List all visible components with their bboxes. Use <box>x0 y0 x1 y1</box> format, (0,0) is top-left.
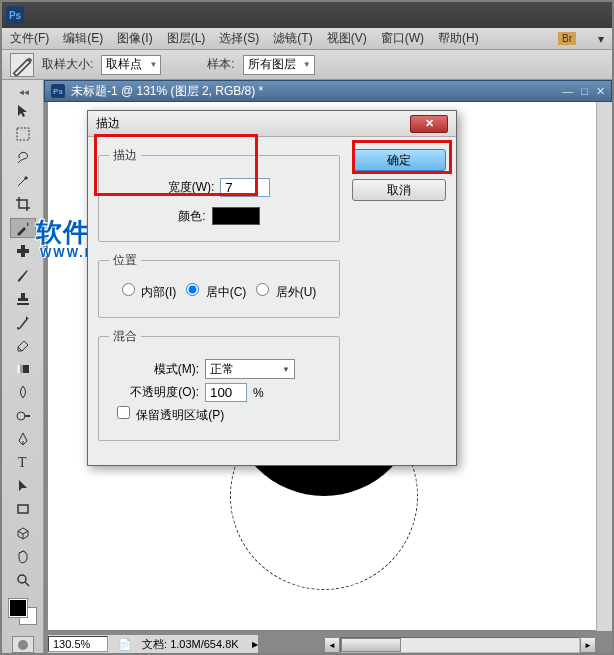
svg-point-6 <box>17 412 25 420</box>
position-legend: 位置 <box>109 252 141 269</box>
sample-size-label: 取样大小: <box>42 56 93 73</box>
color-swatches[interactable] <box>9 599 37 625</box>
menu-filter[interactable]: 滤镜(T) <box>273 30 312 47</box>
scroll-left-icon[interactable]: ◄ <box>324 637 340 653</box>
sample-size-select[interactable]: 取样点 <box>101 55 161 75</box>
lasso-tool-icon[interactable] <box>10 147 36 167</box>
doc-info-text: 文档: 1.03M/654.8K <box>142 637 239 652</box>
menu-overflow-icon[interactable]: ▾ <box>598 32 604 46</box>
fg-color-swatch[interactable] <box>9 599 27 617</box>
path-select-tool-icon[interactable] <box>10 476 36 496</box>
history-brush-tool-icon[interactable] <box>10 312 36 332</box>
ps-logo-icon: Ps <box>6 6 24 24</box>
stroke-group: 描边 宽度(W): 颜色: <box>98 147 340 242</box>
sample-layers-label: 样本: <box>207 56 234 73</box>
eyedropper-tool-icon[interactable] <box>10 218 36 239</box>
dialog-title: 描边 <box>96 115 120 132</box>
menu-help[interactable]: 帮助(H) <box>438 30 479 47</box>
preserve-transparency-checkbox[interactable]: 保留透明区域(P) <box>117 406 224 424</box>
blend-legend: 混合 <box>109 328 141 345</box>
tool-preset-icon[interactable] <box>10 53 34 77</box>
wand-tool-icon[interactable] <box>10 171 36 191</box>
bridge-icon[interactable]: Br <box>558 32 576 45</box>
svg-text:T: T <box>18 455 27 470</box>
type-tool-icon[interactable]: T <box>10 452 36 472</box>
quickmask-icon[interactable] <box>12 636 34 653</box>
pen-tool-icon[interactable] <box>10 429 36 449</box>
3d-tool-icon[interactable] <box>10 523 36 543</box>
brush-tool-icon[interactable] <box>10 265 36 285</box>
minimize-icon[interactable]: — <box>562 85 573 98</box>
pos-outside-radio[interactable]: 居外(U) <box>256 283 316 301</box>
stroke-legend: 描边 <box>109 147 141 164</box>
scroll-thumb[interactable] <box>341 638 401 652</box>
move-tool-icon[interactable] <box>10 100 36 120</box>
zoom-field[interactable]: 130.5% <box>48 636 108 652</box>
menu-file[interactable]: 文件(F) <box>10 30 49 47</box>
dialog-close-icon[interactable]: ✕ <box>410 115 448 133</box>
close-window-icon[interactable]: ✕ <box>596 85 605 98</box>
pos-inside-radio[interactable]: 内部(I) <box>122 283 177 301</box>
width-label: 宽度(W): <box>168 179 215 196</box>
blur-tool-icon[interactable] <box>10 382 36 402</box>
menu-edit[interactable]: 编辑(E) <box>63 30 103 47</box>
eraser-tool-icon[interactable] <box>10 335 36 355</box>
stamp-tool-icon[interactable] <box>10 288 36 308</box>
svg-rect-8 <box>18 505 28 513</box>
svg-rect-5 <box>17 365 20 373</box>
mode-label: 模式(M): <box>127 361 199 378</box>
sample-layers-select[interactable]: 所有图层 <box>243 55 315 75</box>
marquee-tool-icon[interactable] <box>10 124 36 144</box>
doc-ps-icon: Ps <box>51 84 65 98</box>
svg-rect-2 <box>21 245 25 257</box>
blend-group: 混合 模式(M): 正常 不透明度(O): % 保留透明区域(P) <box>98 328 340 441</box>
ok-button[interactable]: 确定 <box>352 149 446 171</box>
menu-window[interactable]: 窗口(W) <box>381 30 424 47</box>
crop-tool-icon[interactable] <box>10 194 36 214</box>
gradient-tool-icon[interactable] <box>10 358 36 378</box>
blend-mode-select[interactable]: 正常 <box>205 359 295 379</box>
scroll-right-icon[interactable]: ► <box>580 637 596 653</box>
menu-view[interactable]: 视图(V) <box>327 30 367 47</box>
zoom-tool-icon[interactable] <box>10 570 36 590</box>
menu-layer[interactable]: 图层(L) <box>167 30 206 47</box>
cancel-button[interactable]: 取消 <box>352 179 446 201</box>
svg-rect-0 <box>17 128 29 140</box>
doc-info-menu-icon[interactable]: ▶ <box>252 640 258 649</box>
toolbox: T <box>2 80 44 653</box>
hand-tool-icon[interactable] <box>10 546 36 566</box>
doc-info-icon[interactable]: 📄 <box>118 638 132 651</box>
document-title: 未标题-1 @ 131% (图层 2, RGB/8) * <box>71 83 263 100</box>
menu-select[interactable]: 选择(S) <box>219 30 259 47</box>
width-input[interactable] <box>220 178 270 197</box>
horizontal-scrollbar[interactable]: ◄ ► <box>324 637 596 653</box>
heal-tool-icon[interactable] <box>10 241 36 261</box>
toolbox-toggle-icon[interactable] <box>8 88 38 97</box>
opacity-unit: % <box>253 386 264 400</box>
stroke-color-swatch[interactable] <box>212 207 260 225</box>
color-label: 颜色: <box>178 208 205 225</box>
position-group: 位置 内部(I) 居中(C) 居外(U) <box>98 252 340 318</box>
stroke-dialog: 描边 ✕ 描边 宽度(W): 颜色: 位置 <box>87 110 457 466</box>
pos-center-radio[interactable]: 居中(C) <box>186 283 246 301</box>
dodge-tool-icon[interactable] <box>10 405 36 425</box>
shape-tool-icon[interactable] <box>10 499 36 519</box>
menu-image[interactable]: 图像(I) <box>117 30 152 47</box>
maximize-icon[interactable]: □ <box>581 85 588 98</box>
opacity-label: 不透明度(O): <box>127 384 199 401</box>
opacity-input[interactable] <box>205 383 247 402</box>
svg-point-9 <box>18 575 26 583</box>
vertical-scrollbar[interactable] <box>596 102 612 631</box>
